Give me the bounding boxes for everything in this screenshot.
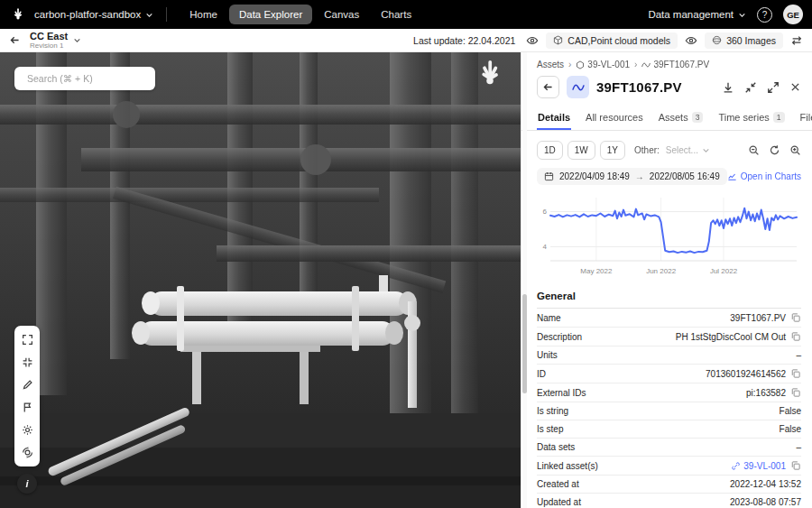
- images-360-chip[interactable]: 360 Images: [705, 32, 783, 49]
- help-button[interactable]: ?: [757, 7, 772, 23]
- svg-text:Jul 2022: Jul 2022: [710, 267, 738, 275]
- other-range-select[interactable]: Select...: [664, 142, 712, 159]
- refresh-button[interactable]: [769, 144, 780, 156]
- panel-back-button[interactable]: [537, 76, 559, 98]
- row-label: Linked asset(s): [537, 461, 598, 471]
- nav-data-explorer[interactable]: Data Explorer: [229, 5, 312, 24]
- linked-asset-link[interactable]: 39-VL-001: [731, 461, 786, 471]
- images-visibility-toggle[interactable]: [685, 34, 697, 47]
- project-selector[interactable]: carbon-platfor-sandbox: [34, 9, 153, 20]
- range-1w-button[interactable]: 1W: [567, 141, 595, 160]
- close-button[interactable]: [789, 81, 801, 93]
- brand-watermark-icon: [470, 56, 510, 96]
- table-row: Created at 2022-12-04 13:52: [537, 476, 801, 494]
- range-1y-button[interactable]: 1Y: [600, 141, 625, 160]
- breadcrumb-timeseries[interactable]: 39FT1067.PV: [641, 60, 709, 69]
- row-label: Updated at: [537, 497, 581, 507]
- other-label: Other:: [634, 145, 660, 155]
- download-button[interactable]: [722, 81, 734, 94]
- breadcrumb: Assets › 39-VL-001 › 39FT1067.PV: [537, 52, 801, 69]
- copy-button[interactable]: [790, 460, 801, 471]
- copy-button[interactable]: [790, 331, 801, 342]
- orbit-button[interactable]: [14, 441, 40, 464]
- image-360-icon: [712, 35, 722, 45]
- expand-button[interactable]: [767, 81, 780, 94]
- tab-details[interactable]: Details: [537, 106, 571, 130]
- copy-icon: [790, 387, 801, 398]
- tab-time-series[interactable]: Time series1: [717, 106, 785, 130]
- measure-button[interactable]: [14, 374, 40, 396]
- tab-all-resources[interactable]: All resources: [585, 106, 644, 130]
- copy-icon: [790, 368, 801, 379]
- model-revision: Revision 1: [30, 42, 68, 50]
- swap-view-button[interactable]: [790, 34, 803, 47]
- focus-icon: [22, 356, 33, 368]
- scrollbar-thumb[interactable]: [522, 294, 527, 393]
- row-label: External IDs: [537, 388, 586, 398]
- panel-scrollbar[interactable]: [522, 52, 527, 508]
- table-row: Is string False: [537, 402, 801, 420]
- top-navbar: carbon-platfor-sandbox Home Data Explore…: [0, 0, 812, 29]
- avatar[interactable]: GE: [783, 5, 803, 24]
- app-logo-icon[interactable]: [9, 5, 27, 23]
- row-value-text: –: [796, 442, 801, 452]
- lighting-button[interactable]: [14, 419, 40, 441]
- svg-text:Jun 2022: Jun 2022: [646, 267, 676, 275]
- nav-charts[interactable]: Charts: [371, 5, 421, 24]
- cad-visibility-toggle[interactable]: [526, 34, 539, 47]
- eye-icon: [526, 34, 539, 47]
- timeseries-wave-icon: [641, 60, 651, 69]
- link-icon: [731, 461, 741, 471]
- timeseries-chart-svg[interactable]: 64May 2022Jun 2022Jul 2022: [537, 192, 801, 279]
- row-value: False: [780, 406, 801, 416]
- viewer-search[interactable]: [14, 67, 155, 90]
- viewer-3d[interactable]: i: [0, 52, 521, 508]
- row-value: 39FT1067.PV: [730, 312, 801, 323]
- tab-files[interactable]: Files4: [799, 106, 812, 130]
- model-selector[interactable]: CC East Revision 1: [30, 32, 81, 50]
- chevron-down-icon: [738, 11, 746, 19]
- breadcrumb-assets[interactable]: Assets: [537, 60, 564, 69]
- copy-button[interactable]: [790, 387, 801, 398]
- viewer-3d-scene[interactable]: [0, 52, 521, 508]
- back-arrow-icon: [542, 81, 554, 93]
- fullscreen-button[interactable]: [14, 328, 40, 351]
- eye-icon: [685, 34, 697, 47]
- zoom-in-button[interactable]: [789, 144, 801, 156]
- zoom-in-icon: [789, 144, 801, 156]
- table-row: Is step False: [537, 420, 801, 439]
- open-in-charts-link[interactable]: Open in Charts: [727, 171, 801, 181]
- tab-assets[interactable]: Assets3: [658, 106, 705, 130]
- timeseries-count-badge: 1: [773, 112, 785, 123]
- table-row: Description PH 1stStgDiscCool CM Out: [537, 328, 801, 346]
- info-button[interactable]: i: [17, 474, 37, 494]
- flag-button[interactable]: [14, 396, 40, 419]
- daterange-row: 2022/04/09 18:49 → 2022/08/05 16:49 Open…: [537, 168, 801, 185]
- project-name: carbon-platfor-sandbox: [34, 9, 141, 20]
- row-value-text: 7013601924614562: [706, 369, 786, 379]
- general-rows: Name 39FT1067.PV Description PH 1stStgDi…: [537, 309, 801, 508]
- images-360-chip-label: 360 Images: [726, 35, 776, 46]
- timeseries-chart[interactable]: 64May 2022Jun 2022Jul 2022: [537, 192, 801, 279]
- collapse-button[interactable]: [744, 81, 757, 94]
- lighting-icon: [22, 424, 33, 436]
- nav-home[interactable]: Home: [180, 5, 227, 24]
- table-row: Units –: [537, 346, 801, 365]
- data-management-menu[interactable]: Data management: [648, 9, 746, 20]
- breadcrumb-asset-39-vl-001[interactable]: 39-VL-001: [576, 60, 630, 69]
- search-input[interactable]: [27, 73, 149, 84]
- cad-models-chip[interactable]: CAD,Point cloud models: [546, 32, 678, 49]
- daterange-picker[interactable]: 2022/04/09 18:49 → 2022/08/05 16:49: [537, 168, 727, 185]
- back-button[interactable]: [9, 34, 21, 46]
- nav-canvas[interactable]: Canvas: [314, 5, 369, 24]
- chevron-down-icon: [73, 36, 81, 44]
- range-1d-button[interactable]: 1D: [537, 141, 563, 160]
- zoom-out-button[interactable]: [748, 144, 760, 156]
- copy-button[interactable]: [790, 312, 801, 323]
- collapse-icon: [744, 81, 757, 94]
- table-row: Linked asset(s) 39-VL-001: [537, 457, 801, 476]
- copy-button[interactable]: [790, 368, 801, 379]
- focus-button[interactable]: [14, 351, 40, 374]
- page-title: 39FT1067.PV: [596, 79, 682, 95]
- row-value-text: 2023-08-08 07:57: [730, 497, 801, 507]
